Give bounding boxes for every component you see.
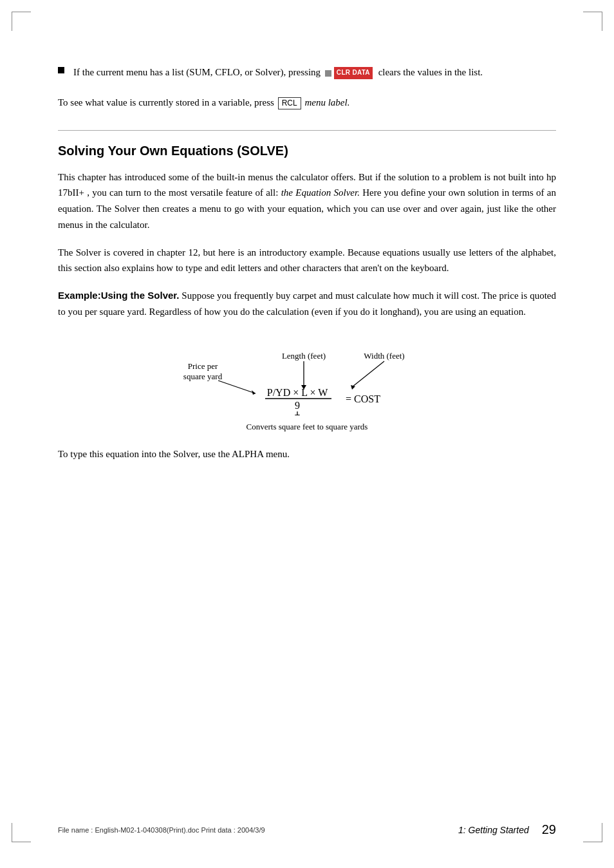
section-title: Solving Your Own Equations (SOLVE): [58, 142, 556, 159]
to-type-paragraph: To type this equation into the Solver, u…: [58, 446, 556, 462]
para1-italic: the Equation Solver.: [281, 187, 360, 198]
corner-mark-tl: [12, 12, 31, 31]
svg-marker-13: [295, 415, 300, 415]
footer: File name : English-M02-1-040308(Print).…: [58, 822, 556, 837]
footer-page-info: 1: Getting Started 29: [458, 822, 556, 837]
section-divider: [58, 130, 556, 131]
footer-file-info: File name : English-M02-1-040308(Print).…: [58, 826, 265, 834]
corner-mark-bl: [12, 823, 31, 842]
rcl-prefix: To see what value is currently stored in…: [58, 97, 274, 108]
section-para2: The Solver is covered in chapter 12, but…: [58, 245, 556, 277]
bullet-item: If the current menu has a list (SUM, CFL…: [58, 64, 556, 80]
rcl-suffix: menu label.: [304, 97, 349, 108]
corner-mark-tr: [583, 12, 602, 31]
equation-diagram: Price per square yard Length (feet) Widt…: [58, 332, 556, 432]
bullet-text-before: If the current menu has a list (SUM, CFL…: [73, 67, 321, 77]
svg-line-6: [352, 361, 384, 387]
bullet-icon: [58, 67, 64, 73]
footer-page-number: 29: [542, 822, 556, 837]
corner-mark-br: [583, 823, 602, 842]
main-content: If the current menu has a list (SUM, CFL…: [58, 64, 556, 462]
clr-data-button: CLR DATA: [325, 67, 374, 79]
clr-data-prefix-icon: [325, 70, 331, 77]
rcl-paragraph: To see what value is currently stored in…: [58, 95, 556, 111]
svg-text:square yard: square yard: [183, 372, 223, 381]
clr-data-label: CLR DATA: [334, 67, 373, 79]
svg-text:9: 9: [295, 400, 300, 411]
example-label: Example:Using the Solver.: [58, 290, 180, 301]
svg-text:Price per: Price per: [188, 361, 218, 371]
svg-text:P/YD × L × W: P/YD × L × W: [267, 387, 328, 398]
bullet-text: If the current menu has a list (SUM, CFL…: [73, 64, 483, 80]
rcl-button: RCL: [278, 97, 301, 109]
svg-text:= COST: = COST: [346, 393, 380, 404]
label-width: Width (feet): [364, 351, 404, 361]
bullet-text-after: clears the values in the list.: [378, 67, 483, 77]
diagram-svg: Price per square yard Length (feet) Widt…: [172, 332, 442, 415]
footer-section-label: 1: Getting Started: [458, 825, 529, 835]
page: If the current menu has a list (SUM, CFL…: [0, 0, 614, 868]
example-paragraph: Example:Using the Solver. Suppose you fr…: [58, 288, 556, 320]
label-length: Length (feet): [282, 351, 326, 361]
converts-label: Converts square feet to square yards: [247, 422, 368, 432]
svg-line-2: [218, 381, 256, 393]
svg-marker-7: [351, 385, 355, 390]
section-para1: This chapter has introduced some of the …: [58, 169, 556, 233]
